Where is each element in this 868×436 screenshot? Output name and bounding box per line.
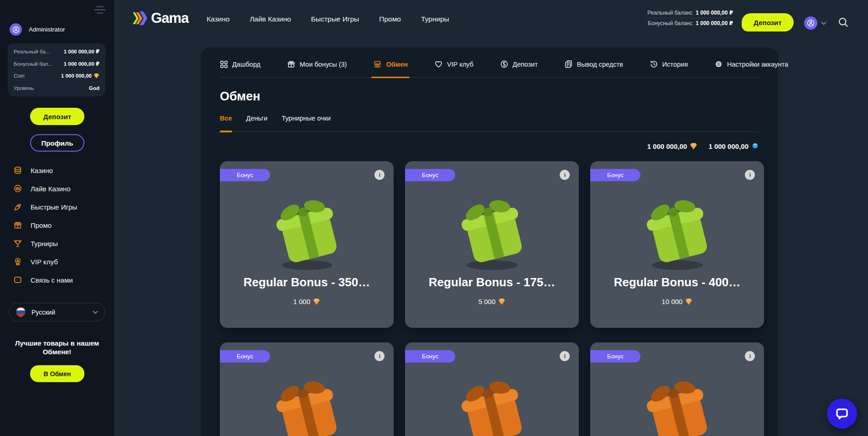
tab-dashboard[interactable]: Дашборд: [220, 51, 260, 77]
bonus-card[interactable]: Бонус: [590, 342, 764, 436]
logo-chevrons-icon: [132, 11, 148, 26]
bonus-card[interactable]: Бонус Regular Bonus - 350…: [220, 161, 394, 328]
sidebar-item-vip-club[interactable]: VIP клуб: [13, 252, 109, 271]
rocket-icon: [13, 202, 22, 211]
trophy-icon: [13, 239, 22, 248]
logo[interactable]: Gama: [132, 10, 188, 26]
chat-face-icon: [13, 275, 22, 284]
gift-icon: [13, 221, 22, 230]
search-button[interactable]: [838, 17, 850, 29]
info-button[interactable]: [374, 170, 385, 180]
subtab-tournament-points[interactable]: Турнирные очки: [281, 115, 331, 122]
account-panel: Дашборд Мои бонусы (3) Обмен VIP клуб: [201, 47, 778, 436]
balance-value: God: [89, 85, 99, 91]
account-tabs: Дашборд Мои бонусы (3) Обмен VIP клуб: [220, 47, 759, 78]
wallet-points-balance: 1 000 000,00: [708, 142, 759, 150]
header-nav-tournaments[interactable]: Турниры: [421, 15, 449, 23]
balance-label: Уровень: [14, 85, 34, 91]
tab-exchange[interactable]: Обмен: [373, 51, 408, 77]
tab-withdrawal[interactable]: Вывод средств: [564, 51, 623, 77]
sidebar-user: Administrator: [10, 23, 65, 36]
bonus-badge: Бонус: [590, 350, 640, 362]
balance-label: Coin: [14, 73, 25, 79]
top-header: Gama Казино Лайв Казино Быстрые Игры Про…: [114, 0, 868, 38]
tab-label: Дашборд: [232, 61, 260, 68]
account-menu[interactable]: [804, 16, 826, 30]
history-clock-icon: [650, 60, 658, 68]
language-selector[interactable]: Русский: [9, 303, 105, 321]
sidebar-item-fast-games[interactable]: Быстрые Игры: [13, 198, 109, 216]
info-button[interactable]: [745, 351, 755, 361]
bonus-badge: Бонус: [405, 169, 455, 181]
balance-row-coin: Coin 1 000 000,00: [14, 73, 99, 79]
sidebar-item-contact-us[interactable]: Связь с нами: [13, 271, 109, 289]
sidebar-nav: Казино Лайв Казино Быстрые Игры Промо: [13, 161, 109, 289]
chat-bubble-icon: [835, 406, 849, 421]
orange-gem-icon: [690, 142, 697, 150]
info-button[interactable]: [374, 351, 385, 361]
gift-box-image: [261, 368, 353, 436]
bonus-card[interactable]: Бонус Regular Bonus - 175…: [405, 161, 579, 328]
balance-label: Реальный баланс: [647, 10, 692, 16]
header-nav-casino[interactable]: Казино: [207, 15, 229, 23]
subtab-all[interactable]: Все: [220, 115, 232, 122]
bonus-badge: Бонус: [405, 350, 455, 362]
orange-gem-icon: [94, 73, 99, 79]
tab-label: Вывод средств: [577, 61, 623, 68]
balance-label: Реальный ба...: [14, 48, 50, 55]
bonus-card[interactable]: Бонус: [220, 342, 394, 436]
user-icon: [12, 26, 20, 34]
heart-icon: [434, 60, 443, 68]
tab-label: VIP клуб: [447, 61, 473, 68]
gift-icon: [287, 60, 296, 68]
tab-history[interactable]: История: [650, 51, 688, 77]
balance-value: 1 000 000,00 ₽: [64, 48, 99, 55]
subtab-money[interactable]: Деньги: [246, 115, 268, 122]
info-icon: [377, 172, 383, 178]
live-chat-button[interactable]: [827, 399, 857, 429]
tab-my-bonuses[interactable]: Мои бонусы (3): [287, 51, 347, 77]
orange-gem-icon: [685, 298, 692, 305]
header-real-balance: Реальный баланс 1 000 000,00 ₽: [644, 8, 733, 18]
balance-row-level: Уровень God: [14, 85, 99, 91]
go-to-shop-button[interactable]: В Обмен: [30, 365, 84, 382]
sidebar-item-live-casino[interactable]: Лайв Казино: [13, 179, 109, 198]
gift-box-image: [632, 186, 723, 271]
info-icon: [562, 172, 568, 178]
sidebar-item-tournaments[interactable]: Турниры: [13, 234, 109, 252]
sidebar-profile-button[interactable]: Профиль: [30, 134, 84, 152]
info-icon: [747, 172, 753, 178]
vip-badge-icon: [13, 257, 22, 266]
sidebar: Administrator Реальный ба... 1 000 000,0…: [0, 0, 114, 436]
dashboard-grid-icon: [220, 60, 228, 68]
tab-vip-club[interactable]: VIP клуб: [434, 51, 473, 77]
balance-value: 1 000 000,00 ₽: [696, 10, 733, 16]
sidebar-item-casino[interactable]: Казино: [13, 161, 109, 179]
bonus-card[interactable]: Бонус Regular Bonus - 400…: [590, 161, 764, 328]
wallet-balances: 1 000 000,00 1 000 000,00: [220, 142, 759, 150]
header-deposit-button[interactable]: Депозит: [742, 13, 794, 32]
balance-row-real: Реальный ба... 1 000 000,00 ₽: [14, 48, 99, 55]
sidebar-item-promo[interactable]: Промо: [13, 216, 109, 234]
orange-gem-icon: [498, 298, 505, 305]
balance-value: 1 000 000,00: [61, 73, 99, 79]
sidebar-deposit-button[interactable]: Депозит: [30, 108, 84, 125]
header-nav-live-casino[interactable]: Лайв Казино: [249, 15, 291, 23]
header-nav-promo[interactable]: Промо: [379, 15, 401, 23]
info-button[interactable]: [560, 351, 570, 361]
info-button[interactable]: [745, 170, 755, 180]
russia-flag-icon: [16, 307, 26, 317]
app-screen: Administrator Реальный ба... 1 000 000,0…: [0, 0, 868, 436]
tab-account-settings[interactable]: Настройки аккаунта: [714, 51, 788, 77]
exchange-filter-tabs: Все Деньги Турнирные очки: [220, 115, 759, 132]
tab-label: Депозит: [513, 61, 538, 68]
info-button[interactable]: [560, 170, 570, 180]
header-nav-fast-games[interactable]: Быстрые Игры: [311, 15, 359, 23]
menu-icon[interactable]: [93, 6, 107, 16]
info-icon: [747, 353, 753, 359]
gift-box-image: [447, 368, 538, 436]
dollar-coin-icon: [500, 60, 509, 68]
bonus-title: Regular Bonus - 175…: [405, 275, 579, 289]
bonus-card[interactable]: Бонус: [405, 342, 579, 436]
tab-deposit[interactable]: Депозит: [500, 51, 538, 77]
